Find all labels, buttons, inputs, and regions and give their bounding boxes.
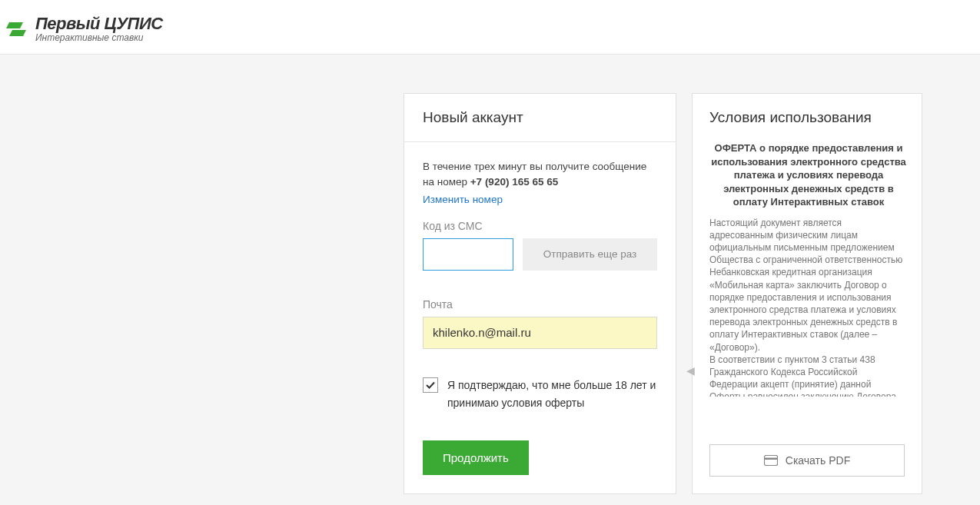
terms-paragraph: Настоящий документ является адресованным…	[709, 217, 908, 354]
email-label: Почта	[423, 298, 657, 311]
checkmark-icon	[425, 380, 436, 390]
phone-number: +7 (920) 165 65 65	[470, 176, 558, 188]
sms-info-text: В течение трех минут вы получите сообщен…	[423, 159, 657, 191]
card-title: Новый аккаунт	[404, 94, 676, 142]
resend-sms-button[interactable]: Отправить еще раз	[523, 238, 657, 271]
terms-title: Условия использования	[693, 94, 922, 141]
logo-icon	[6, 18, 28, 39]
sms-code-input[interactable]	[423, 238, 513, 271]
continue-button[interactable]: Продолжить	[423, 440, 529, 475]
download-pdf-button[interactable]: Скачать PDF	[709, 444, 905, 477]
card-icon	[764, 455, 778, 466]
logo-subtitle: Интерактивные ставки	[35, 32, 163, 43]
terms-of-use-card: Условия использования ◀ ОФЕРТА о порядке…	[692, 93, 922, 494]
collapse-arrow-icon[interactable]: ◀	[686, 364, 695, 377]
svg-rect-0	[764, 456, 777, 466]
confirm-text: Я подтверждаю, что мне больше 18 лет и п…	[447, 377, 657, 414]
terms-document-title: ОФЕРТА о порядке предоставления и исполь…	[709, 141, 908, 209]
sms-code-label: Код из СМС	[423, 220, 657, 232]
email-input[interactable]	[423, 317, 657, 349]
header: Первый ЦУПИС Интерактивные ставки	[0, 0, 980, 55]
terms-text-scroll[interactable]: ОФЕРТА о порядке предоставления и исполь…	[709, 141, 915, 397]
logo[interactable]: Первый ЦУПИС Интерактивные ставки	[6, 14, 974, 43]
svg-rect-1	[764, 458, 777, 460]
new-account-card: Новый аккаунт В течение трех минут вы по…	[404, 93, 676, 494]
main-content: Новый аккаунт В течение трех минут вы по…	[0, 55, 980, 494]
change-number-link[interactable]: Изменить номер	[423, 194, 503, 205]
terms-paragraph: В соответствии с пунктом 3 статьи 438 Гр…	[709, 354, 908, 397]
age-confirmation-checkbox[interactable]	[423, 377, 438, 393]
logo-title: Первый ЦУПИС	[35, 14, 163, 34]
